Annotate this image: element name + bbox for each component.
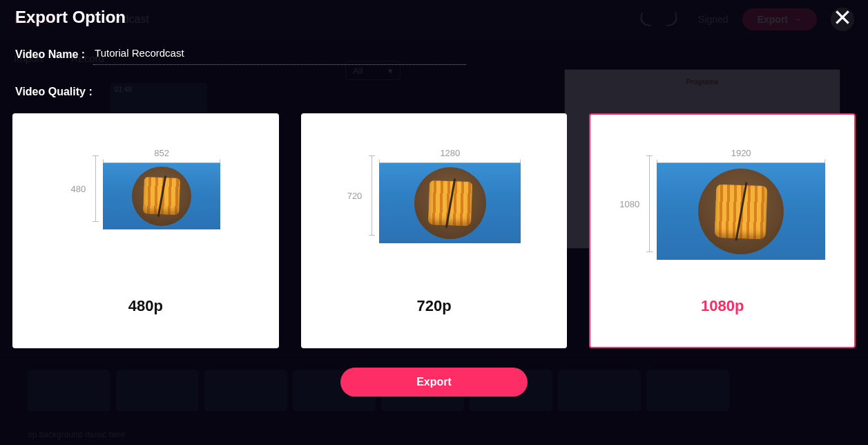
height-label: 720 [347, 191, 363, 201]
video-name-input[interactable] [93, 44, 466, 65]
height-label: 1080 [619, 199, 639, 209]
width-label: 1280 [440, 148, 460, 158]
dimension-diagram: 1080 1920 [619, 148, 825, 260]
quality-option-480p[interactable]: 480 852 480p [12, 113, 279, 348]
quality-option-1080p[interactable]: 1080 1920 1080p [589, 113, 856, 348]
close-button[interactable] [832, 7, 853, 28]
height-label: 480 [70, 184, 86, 194]
resolution-label: 720p [302, 297, 566, 315]
export-button[interactable]: Export [340, 368, 528, 397]
modal-title: Export Option [15, 8, 126, 27]
dimension-diagram: 720 1280 [347, 148, 521, 243]
dimension-diagram: 480 852 [70, 148, 220, 229]
quality-options: 480 852 480p 720 1280 [0, 98, 868, 348]
resolution-label: 480p [14, 297, 278, 315]
video-name-label: Video Name : [15, 48, 85, 61]
width-label: 852 [154, 148, 169, 158]
resolution-label: 1080p [590, 297, 854, 315]
video-quality-label: Video Quality : [0, 65, 868, 98]
preview-thumb [657, 163, 825, 260]
preview-thumb [103, 163, 220, 229]
close-icon [833, 8, 851, 26]
export-options-modal: Export Option Video Name : Video Quality… [0, 0, 868, 445]
preview-thumb [379, 163, 521, 243]
width-label: 1920 [731, 148, 751, 158]
quality-option-720p[interactable]: 720 1280 720p [301, 113, 568, 348]
